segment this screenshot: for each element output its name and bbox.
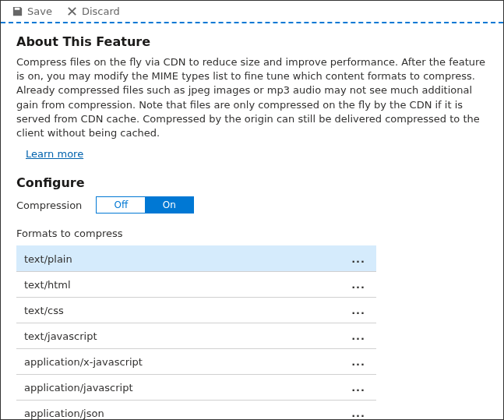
list-item[interactable]: application/javascript ... [16, 374, 376, 400]
compression-toggle: Off On [96, 196, 194, 214]
row-menu-icon[interactable]: ... [348, 408, 368, 419]
discard-icon [66, 5, 78, 17]
format-name: text/javascript [24, 330, 97, 342]
save-icon [12, 5, 23, 17]
row-menu-icon[interactable]: ... [348, 305, 368, 316]
compression-row: Compression Off On [16, 196, 488, 214]
list-item[interactable]: text/javascript ... [16, 323, 376, 348]
row-menu-icon[interactable]: ... [348, 330, 368, 342]
formats-list: text/plain ... text/html ... text/css ..… [16, 245, 376, 420]
toggle-off[interactable]: Off [97, 197, 145, 213]
toggle-on[interactable]: On [145, 197, 193, 213]
learn-more-link[interactable]: Learn more [26, 148, 83, 160]
save-label: Save [27, 5, 52, 17]
format-name: application/javascript [24, 382, 133, 394]
format-name: text/css [24, 305, 64, 316]
list-item[interactable]: application/json ... [16, 400, 376, 420]
formats-label: Formats to compress [16, 228, 488, 239]
discard-button[interactable]: Discard [66, 5, 120, 17]
format-name: application/x-javascript [24, 356, 143, 368]
list-item[interactable]: text/css ... [16, 297, 376, 323]
list-item[interactable]: text/html ... [16, 271, 376, 297]
about-heading: About This Feature [16, 34, 488, 49]
format-name: application/json [24, 408, 104, 419]
row-menu-icon[interactable]: ... [348, 356, 368, 368]
configure-heading: Configure [16, 175, 488, 190]
toolbar: Save Discard [1, 1, 503, 23]
row-menu-icon[interactable]: ... [348, 253, 368, 265]
save-button[interactable]: Save [12, 5, 52, 17]
list-item[interactable]: text/plain ... [16, 245, 376, 271]
row-menu-icon[interactable]: ... [348, 382, 368, 394]
list-item[interactable]: application/x-javascript ... [16, 348, 376, 374]
content: About This Feature Compress files on the… [1, 23, 503, 420]
format-name: text/plain [24, 253, 72, 265]
discard-label: Discard [82, 5, 120, 17]
compression-label: Compression [16, 199, 82, 211]
about-description: Compress files on the fly via CDN to red… [16, 55, 488, 140]
row-menu-icon[interactable]: ... [348, 279, 368, 291]
format-name: text/html [24, 279, 71, 291]
